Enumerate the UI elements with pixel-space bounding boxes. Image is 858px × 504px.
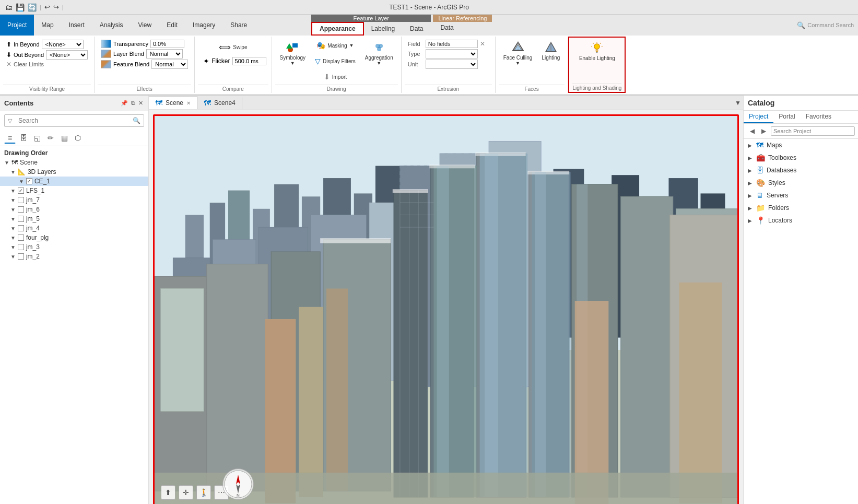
- catalog-item-locators[interactable]: ▶ 📍 Locators: [744, 214, 858, 227]
- catalog-forward-button[interactable]: ▶: [758, 126, 769, 136]
- scene-tab-close[interactable]: ✕: [186, 100, 191, 106]
- compass[interactable]: N: [222, 468, 254, 500]
- jm2-checkbox[interactable]: [18, 253, 24, 260]
- map-tab-scene4[interactable]: 🗺 Scene4: [197, 97, 242, 109]
- tab-share[interactable]: Share: [223, 15, 255, 36]
- field-input[interactable]: [426, 40, 478, 48]
- tab-map[interactable]: Map: [34, 15, 61, 36]
- float-icon[interactable]: ⧉: [130, 99, 136, 108]
- layer-tool-db[interactable]: 🗄: [18, 132, 29, 144]
- databases-icon: 🗄: [756, 166, 763, 174]
- explore-button[interactable]: ✛: [179, 485, 193, 500]
- in-beyond-select[interactable]: <None>: [42, 40, 84, 49]
- jm3-checkbox[interactable]: [18, 244, 24, 250]
- catalog-item-maps[interactable]: ▶ 🗺 Maps: [744, 139, 858, 151]
- out-beyond-select[interactable]: <None>: [46, 50, 88, 60]
- clear-limits-label[interactable]: Clear Limits: [14, 61, 44, 67]
- import-button[interactable]: ⬇ Import: [311, 70, 359, 84]
- catalog-search-input[interactable]: [771, 126, 855, 136]
- lfs1-checkbox[interactable]: ✓: [18, 187, 24, 194]
- catalog-item-folders[interactable]: ▶ 📁 Folders: [744, 202, 858, 214]
- tab-analysis[interactable]: Analysis: [92, 15, 131, 36]
- tab-edit[interactable]: Edit: [159, 15, 185, 36]
- jm2-name: jm_2: [26, 253, 40, 260]
- contents-search-input[interactable]: [15, 115, 130, 126]
- unit-select[interactable]: [426, 60, 478, 69]
- tab-appearance[interactable]: Appearance: [311, 22, 364, 36]
- map-area[interactable]: ⬆ ✛ 🚶 ⋯ N: [153, 114, 739, 504]
- tab-imagery[interactable]: Imagery: [185, 15, 223, 36]
- symbology-button[interactable]: Symbology ▼: [276, 39, 309, 68]
- jm4-checkbox[interactable]: [18, 225, 24, 231]
- catalog-item-databases[interactable]: ▶ 🗄 Databases: [744, 164, 858, 177]
- clear-field-icon[interactable]: ✕: [480, 40, 485, 48]
- command-search-area[interactable]: 🔍 Command Search: [793, 15, 858, 36]
- masking-label: Masking: [327, 43, 347, 49]
- layer-item-jm7[interactable]: ▼ jm_7: [0, 195, 148, 205]
- walk-button[interactable]: 🚶: [196, 485, 211, 500]
- tab-data[interactable]: Data: [403, 22, 431, 36]
- layer-blend-select[interactable]: Normal: [146, 49, 183, 58]
- enable-lighting-button[interactable]: Enable Lighting: [576, 40, 618, 64]
- type-select[interactable]: [426, 49, 478, 58]
- catalog-item-toolboxes[interactable]: ▶ 🧰 Toolboxes: [744, 151, 858, 164]
- ce1-checkbox[interactable]: ✓: [26, 178, 32, 184]
- layer-tool-layer[interactable]: ◱: [31, 132, 43, 144]
- layer-item-jm2[interactable]: ▼ jm_2: [0, 252, 148, 261]
- masking-button[interactable]: 🎭 Masking ▼: [311, 39, 359, 52]
- pin-icon[interactable]: 📌: [120, 99, 129, 108]
- layer-item-jm5[interactable]: ▼ jm_5: [0, 214, 148, 224]
- catalog-tab-portal[interactable]: Portal: [773, 111, 800, 123]
- map-tab-scene[interactable]: 🗺 Scene ✕: [149, 96, 197, 109]
- layer-group-scene[interactable]: ▼ 🗺 Scene: [0, 158, 148, 167]
- section-lighting-shading: Enable Lighting Lighting and Shading: [568, 37, 626, 93]
- catalog-item-servers[interactable]: ▶ 🖥 Servers: [744, 189, 858, 202]
- layer-item-fourplg[interactable]: ▼ four_plg: [0, 233, 148, 242]
- title-bar-icons[interactable]: 🗂 💾 🔄 | ↩ ↪ |: [5, 3, 64, 11]
- catalog-tab-project[interactable]: Project: [744, 111, 773, 123]
- tab-linear-data[interactable]: Data: [433, 22, 461, 33]
- svg-rect-19: [595, 50, 598, 51]
- catalog-search: ◀ ▶: [744, 124, 858, 139]
- jm6-name: jm_6: [26, 206, 40, 213]
- lighting-button[interactable]: Lighting: [538, 39, 563, 63]
- map-tabs-dropdown[interactable]: ▼: [733, 96, 743, 110]
- tab-labeling[interactable]: Labeling: [364, 22, 403, 36]
- face-culling-button[interactable]: Face Culling ▼: [500, 39, 536, 68]
- navigate-up-button[interactable]: ⬆: [161, 485, 175, 500]
- fourplg-expand-arrow: ▼: [10, 235, 16, 241]
- jm5-checkbox[interactable]: [18, 216, 24, 222]
- flicker-input[interactable]: [232, 57, 266, 65]
- transparency-input[interactable]: [150, 40, 184, 48]
- jm6-expand-arrow: ▼: [10, 207, 16, 213]
- layer-tool-chart[interactable]: ⬡: [72, 132, 84, 144]
- layer-tool-selection[interactable]: ▦: [58, 132, 70, 144]
- close-icon[interactable]: ✕: [137, 99, 144, 108]
- layer-item-jm3[interactable]: ▼ jm_3: [0, 242, 148, 252]
- feature-blend-select[interactable]: Normal: [151, 60, 188, 69]
- layer-group-3d[interactable]: ▼ 📐 3D Layers: [0, 167, 148, 177]
- feature-blend-label: Feature Blend: [113, 61, 149, 67]
- display-filters-button[interactable]: ▽ Display Filters: [311, 54, 359, 68]
- tab-project[interactable]: Project: [0, 15, 34, 36]
- catalog-title: Catalog: [748, 99, 774, 107]
- tab-view[interactable]: View: [131, 15, 159, 36]
- jm7-checkbox[interactable]: [18, 197, 24, 203]
- swipe-button[interactable]: ⟺ Swipe: [200, 40, 266, 55]
- layer-tool-edit[interactable]: ✏: [45, 132, 56, 144]
- catalog-back-button[interactable]: ◀: [747, 126, 757, 136]
- layer-item-jm6[interactable]: ▼ jm_6: [0, 205, 148, 214]
- layer-tool-all[interactable]: ≡: [4, 132, 16, 144]
- fourplg-checkbox[interactable]: [18, 235, 24, 241]
- tab-insert[interactable]: Insert: [62, 15, 92, 36]
- jm6-checkbox[interactable]: [18, 206, 24, 213]
- catalog-tabs: Project Portal Favorites: [744, 111, 858, 124]
- layer-item-lfs1[interactable]: ▼ ✓ LFS_1: [0, 186, 148, 195]
- layer-item-jm4[interactable]: ▼ jm_4: [0, 224, 148, 233]
- aggregation-button[interactable]: Aggregation ▼: [361, 39, 397, 68]
- catalog-tab-favorites[interactable]: Favorites: [801, 111, 837, 123]
- catalog-item-styles[interactable]: ▶ 🎨 Styles: [744, 177, 858, 189]
- layer-item-ce1[interactable]: ▼ ✓ CE_1: [0, 177, 148, 186]
- ribbon-tab-row: Project Map Insert Analysis View Edit Im…: [0, 15, 858, 36]
- search-icon[interactable]: 🔍: [130, 115, 144, 126]
